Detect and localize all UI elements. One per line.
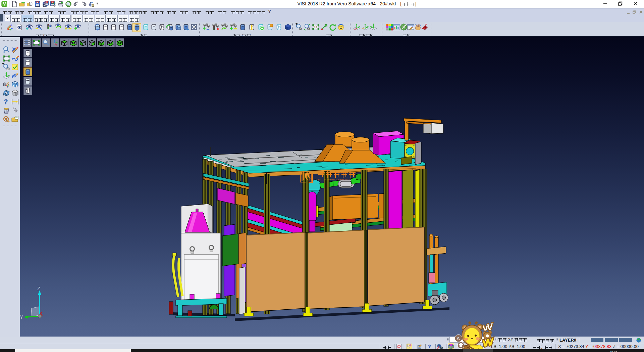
- svg-text:10: 10: [418, 347, 420, 349]
- svg-text:Y: Y: [20, 314, 23, 320]
- svg-text:Z: Z: [37, 285, 40, 291]
- svg-text:A: A: [457, 336, 460, 341]
